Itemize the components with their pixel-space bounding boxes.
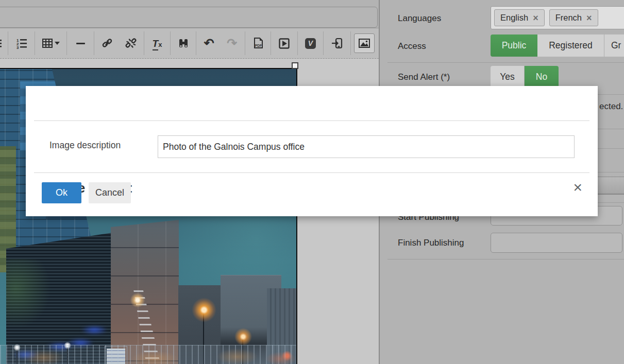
chip-label: French: [555, 13, 582, 23]
toolbar-group-hr: [67, 31, 94, 55]
toolbar-group-mobile: [324, 31, 351, 55]
toolbar-group-find: [171, 31, 196, 55]
close-icon[interactable]: ×: [573, 180, 582, 195]
divider: [387, 259, 624, 259]
finish-publishing-label: Finish Publishing: [398, 238, 464, 248]
image-resize-handle[interactable]: [292, 62, 298, 69]
toolbar-group-links: [94, 31, 144, 55]
mobile-login-icon[interactable]: [327, 33, 347, 53]
toolbar-group-image: [351, 31, 378, 55]
image-description-input[interactable]: [158, 135, 575, 158]
send-alert-yes-button[interactable]: Yes: [491, 66, 525, 88]
redo-icon[interactable]: ↷: [222, 33, 242, 53]
unlink-icon[interactable]: [121, 33, 141, 53]
chip-label: English: [500, 13, 528, 23]
remove-icon[interactable]: ×: [533, 13, 538, 23]
cancel-button[interactable]: Cancel: [89, 182, 131, 203]
undo-icon[interactable]: ↶: [199, 33, 220, 53]
pdf-export-icon[interactable]: PDF: [248, 33, 268, 53]
toolbar-group-numlist: 1 2 3: [8, 31, 35, 55]
title-input[interactable]: [0, 7, 378, 28]
language-chip[interactable]: English ×: [494, 9, 545, 26]
access-public-button[interactable]: Public: [491, 34, 537, 57]
stair-lamp: [129, 291, 146, 309]
vimeo-icon[interactable]: V: [300, 33, 321, 53]
media-play-icon[interactable]: [274, 33, 295, 53]
toolbar-group-media: [271, 31, 298, 55]
bullet-list-icon[interactable]: [0, 33, 7, 53]
access-registered-button[interactable]: Registered: [537, 34, 604, 57]
image-description-label: Image description: [49, 140, 121, 151]
toolbar-group-vimeo: V: [298, 31, 324, 55]
chevron-down-icon: [55, 42, 60, 45]
ground-glow: [0, 349, 296, 364]
street-lamp: [190, 296, 218, 324]
divider: [34, 172, 589, 173]
find-replace-icon[interactable]: [173, 33, 194, 53]
link-icon[interactable]: [97, 33, 117, 53]
blue-glow: [81, 325, 108, 335]
image-alt-dialog: Image alt text × Image description Ok Ca…: [26, 86, 598, 216]
svg-text:PDF: PDF: [255, 44, 262, 47]
send-alert-no-button[interactable]: No: [525, 66, 559, 88]
group-message-text: ected.: [599, 101, 623, 112]
access-button-group: Public Registered Gr: [491, 34, 624, 57]
send-alert-button-group: Yes No: [491, 66, 559, 88]
remove-icon[interactable]: ×: [586, 13, 592, 23]
ok-button[interactable]: Ok: [42, 182, 81, 203]
access-groups-button[interactable]: Gr: [604, 34, 624, 57]
table-icon[interactable]: [38, 33, 64, 53]
language-chip[interactable]: French ×: [549, 9, 598, 26]
languages-field[interactable]: English × French ×: [491, 6, 624, 29]
divider: [34, 120, 589, 121]
green-glow: [6, 259, 54, 332]
toolbar-group-cut: [0, 31, 8, 55]
clear-formatting-icon[interactable]: Tx: [147, 33, 167, 53]
toolbar-group-undoredo: ↶ ↷: [196, 31, 245, 55]
screen: 1 2 3: [0, 0, 624, 364]
horizontal-rule-icon[interactable]: [70, 33, 91, 53]
send-alert-label: Send Alert (*): [398, 72, 450, 82]
svg-text:3: 3: [16, 45, 19, 49]
editor-toolbar: 1 2 3: [0, 28, 379, 59]
louvered-building: [6, 233, 112, 364]
toolbar-group-clearfmt: Tx: [144, 31, 171, 55]
numbered-list-icon[interactable]: 1 2 3: [11, 33, 32, 53]
street-lamp: [233, 326, 254, 347]
languages-label: Languages: [398, 13, 441, 24]
access-label: Access: [398, 41, 426, 51]
image-icon[interactable]: [354, 33, 375, 53]
toolbar-group-pdf: PDF: [245, 31, 271, 55]
toolbar-group-table: [35, 31, 67, 55]
finish-publishing-input[interactable]: [491, 233, 622, 253]
divider: [387, 62, 624, 63]
